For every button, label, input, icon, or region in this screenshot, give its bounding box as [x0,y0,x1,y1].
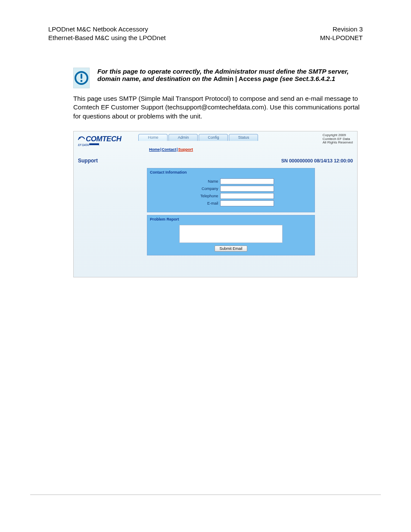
panel-problem-report: Problem Report Submit Email [147,215,315,255]
svg-rect-1 [81,74,82,79]
tab-status[interactable]: Status [229,134,258,141]
note-part-b: Admin | Access [213,75,261,82]
subtab-support[interactable]: Support [178,147,193,152]
logo-main: COMTECH [86,135,121,143]
telephone-input[interactable] [220,193,274,199]
copyright: Copyright 2009 Comtech EF Data All Right… [323,134,353,145]
panel-contact-information: Contact Information Name Company Telepho… [147,168,315,212]
page-title: Support [78,158,98,164]
main-tabs: Home Admin Config Status [138,133,258,141]
logo-swoosh-icon [78,135,85,143]
telephone-label: Telephone [188,194,218,198]
contact-legend: Contact Information [147,168,314,175]
company-input[interactable] [220,186,274,192]
svg-point-3 [79,137,81,139]
name-label: Name [188,179,218,184]
tab-config[interactable]: Config [199,134,228,141]
footer-rule [30,495,381,495]
app-header: COMTECH EF DATA ▀▀▀▀▀. Home Admin Config… [74,131,357,147]
copyright-l3: All Rights Reserved [323,141,353,145]
note-text: For this page to operate correctly, the … [97,68,363,82]
tab-admin[interactable]: Admin [168,134,198,141]
sub-tabs: Home|Contact|Support [149,146,357,153]
problem-report-textarea[interactable] [179,225,283,243]
email-label: E-mail [188,201,218,205]
logo-sub: EF DATA ▀▀▀▀▀. [78,143,121,146]
document-header: LPODnet M&C Netbook Accessory Ethernet-B… [48,25,363,42]
doc-header-right-1: Revision 3 [320,25,363,34]
doc-header-left-1: LPODnet M&C Netbook Accessory [48,25,166,34]
note-part-c: page (see Sect.3.6.4.2.1 [261,75,335,82]
alert-icon [73,68,90,88]
subtab-home[interactable]: Home [149,147,160,152]
name-input[interactable] [220,178,274,184]
company-label: Company [188,187,218,191]
serial-datetime: SN 000000000 08/14/13 12:00:00 [281,158,353,163]
app-screenshot: COMTECH EF DATA ▀▀▀▀▀. Home Admin Config… [73,131,358,278]
submit-email-button[interactable]: Submit Email [215,246,247,252]
title-row: Support SN 000000000 08/14/13 12:00:00 [74,153,357,165]
svg-point-2 [81,80,83,82]
logo: COMTECH EF DATA ▀▀▀▀▀. [77,133,122,147]
tab-home[interactable]: Home [138,134,168,141]
doc-header-right-2: MN-LPODNET [320,34,363,42]
doc-header-left-2: Ethernet-Based M&C using the LPODnet [48,34,166,42]
subtab-contact[interactable]: Contact [162,147,177,152]
report-legend: Problem Report [147,215,314,222]
body-paragraph: This page uses SMTP (Simple Mail Transpo… [73,94,363,121]
email-input[interactable] [220,200,274,206]
note-block: For this page to operate correctly, the … [73,68,363,88]
